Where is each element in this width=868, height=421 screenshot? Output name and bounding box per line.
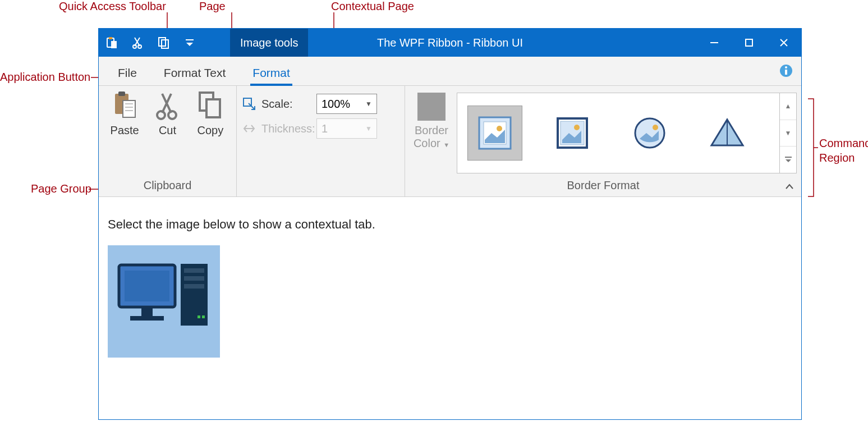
svg-rect-16 — [785, 70, 787, 75]
thickness-icon — [241, 121, 257, 136]
gallery-item-4[interactable] — [700, 106, 755, 161]
copy-label: Copy — [197, 124, 223, 137]
gallery-scroll-up[interactable]: ▲ — [780, 93, 796, 120]
scale-combo[interactable]: 100% ▼ — [316, 94, 377, 114]
thickness-value: 1 — [322, 122, 328, 135]
scale-value: 100% — [322, 98, 350, 111]
document-area: Select the image below to show a context… — [99, 197, 801, 378]
svg-rect-6 — [109, 37, 112, 39]
sample-image[interactable] — [108, 245, 220, 358]
border-format-gallery: ▲ ▼ — [457, 93, 797, 173]
group-clipboard-label: Clipboard — [103, 177, 232, 196]
svg-rect-40 — [141, 308, 153, 316]
svg-rect-14 — [746, 39, 752, 46]
svg-rect-41 — [130, 316, 164, 321]
border-color-label2: Color ▼ — [414, 137, 449, 150]
cut-label: Cut — [159, 124, 176, 137]
chevron-down-icon: ▼ — [365, 125, 372, 132]
contextual-tab-header[interactable]: Image tools — [230, 29, 308, 57]
color-swatch-icon — [417, 93, 446, 121]
thickness-combo: 1 ▼ — [316, 118, 377, 139]
svg-point-25 — [168, 111, 176, 119]
svg-rect-12 — [186, 39, 194, 40]
svg-point-36 — [653, 125, 658, 130]
close-button[interactable] — [766, 29, 801, 57]
gallery-item-3[interactable] — [622, 106, 677, 161]
svg-rect-44 — [184, 276, 204, 281]
hint-text: Select the image below to show a context… — [108, 217, 792, 232]
app-window: Image tools The WPF Ribbon - Ribbon UI F… — [98, 28, 802, 420]
qat-copy-button[interactable] — [155, 34, 173, 52]
gallery-item-2[interactable] — [545, 106, 600, 161]
group-scale-empty-label — [241, 177, 400, 196]
svg-rect-27 — [206, 99, 220, 117]
scale-label: Scale: — [261, 98, 316, 111]
minimize-button[interactable] — [697, 29, 732, 57]
border-color-button[interactable]: Border Color ▼ — [410, 89, 453, 177]
chevron-down-icon: ▼ — [365, 100, 372, 108]
tab-format-text[interactable]: Format Text — [150, 61, 239, 85]
qat-cut-button[interactable] — [129, 34, 147, 52]
svg-point-31 — [497, 126, 502, 131]
svg-rect-19 — [118, 91, 125, 96]
gallery-expand[interactable] — [780, 146, 796, 173]
thickness-label: Thickness: — [261, 122, 316, 135]
svg-point-34 — [574, 125, 580, 130]
ribbon-tabs: File Format Text Format — [99, 57, 801, 86]
group-scale: Scale: 100% ▼ Thickness: 1 ▼ — [237, 86, 405, 196]
svg-rect-13 — [710, 42, 718, 43]
cut-button[interactable]: Cut — [146, 89, 189, 177]
info-icon[interactable] — [779, 63, 794, 79]
gallery-item-1[interactable] — [467, 106, 522, 161]
svg-rect-43 — [184, 268, 204, 273]
gallery-scrollbar: ▲ ▼ — [779, 93, 796, 173]
qat-paste-button[interactable] — [103, 34, 121, 52]
tab-file[interactable]: File — [104, 61, 150, 85]
titlebar: Image tools The WPF Ribbon - Ribbon UI — [99, 29, 801, 57]
svg-rect-47 — [202, 315, 205, 318]
qat-dropdown-button[interactable] — [181, 34, 199, 52]
svg-point-9 — [138, 45, 141, 48]
gallery-scroll-down[interactable]: ▼ — [780, 120, 796, 147]
border-color-label1: Border — [415, 124, 448, 137]
ribbon-command-region: Paste Cut Copy Clipboard — [99, 86, 801, 197]
svg-point-8 — [133, 45, 136, 48]
group-border-format-label: Border Format — [410, 177, 797, 196]
svg-rect-39 — [125, 271, 169, 301]
paste-button[interactable]: Paste — [103, 89, 146, 177]
svg-rect-46 — [198, 315, 200, 318]
svg-point-35 — [635, 118, 664, 148]
svg-rect-7 — [111, 41, 117, 48]
scale-icon — [241, 96, 257, 112]
tab-format[interactable]: Format — [239, 61, 304, 85]
maximize-button[interactable] — [732, 29, 766, 57]
svg-rect-20 — [123, 100, 135, 117]
collapse-ribbon-button[interactable] — [783, 181, 796, 193]
svg-rect-37 — [785, 157, 792, 158]
window-title: The WPF Ribbon - Ribbon UI — [99, 36, 801, 49]
group-border-format: Border Color ▼ — [405, 86, 801, 196]
svg-point-24 — [157, 111, 165, 119]
svg-point-17 — [785, 66, 787, 68]
svg-rect-45 — [184, 284, 204, 289]
copy-button[interactable]: Copy — [189, 89, 232, 177]
group-clipboard: Paste Cut Copy Clipboard — [99, 86, 237, 196]
quick-access-toolbar — [99, 29, 202, 57]
paste-label: Paste — [111, 124, 139, 137]
